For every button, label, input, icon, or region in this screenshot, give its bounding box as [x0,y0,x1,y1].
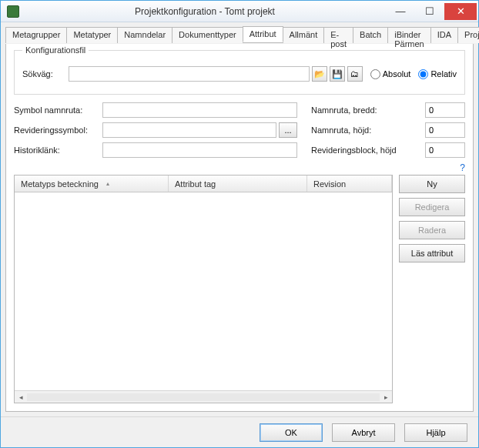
grid-header: Metatyps beteckning Attribut tag Revisio… [15,176,392,192]
close-button[interactable]: ✕ [444,3,477,20]
width-input[interactable] [425,102,465,118]
tab-projectwise[interactable]: ProjectWise [457,27,479,43]
scroll-right-icon[interactable]: ▸ [380,393,392,401]
grid-hscroll[interactable]: ◂ ▸ [15,390,392,403]
height-input[interactable] [425,122,465,138]
app-icon [7,5,19,18]
save-icon[interactable]: 💾 [330,66,345,82]
hist-label: Historiklänk: [14,145,102,155]
radio-absolut[interactable]: Absolut [370,69,411,79]
scroll-left-icon[interactable]: ◂ [15,393,27,401]
revblock-input[interactable] [425,142,465,158]
symbol-input[interactable] [102,102,297,118]
tab-ibinder[interactable]: iBinder Pärmen [387,27,431,43]
tab-allmant[interactable]: Allmänt [283,27,325,43]
tab-panel: Konfigurationsfil Sökväg: 📂 💾 🗂 Absolut … [5,44,474,412]
tab-metatyper[interactable]: Metatyper [66,27,118,43]
cancel-button[interactable]: Avbryt [332,423,395,442]
read-attributes-button[interactable]: Läs attribut [399,244,465,262]
tab-epost[interactable]: E-post [323,27,353,43]
help-icon[interactable]: ? [14,162,465,173]
scroll-track[interactable] [27,393,380,401]
tab-namndelar[interactable]: Namndelar [117,27,173,43]
save-in-icon[interactable]: 🗂 [347,66,363,82]
revblock-label: Revideringsblock, höjd [311,145,425,155]
window-buttons: — ☐ ✕ [386,3,477,20]
height-label: Namnruta, höjd: [311,125,425,135]
minimize-button[interactable]: — [386,3,415,20]
tab-list: Metagrupper Metatyper Namndelar Dokument… [5,26,479,43]
maximize-button[interactable]: ☐ [415,3,444,20]
tab-batch[interactable]: Batch [353,27,388,43]
grid-body[interactable] [15,192,392,390]
radio-relativ[interactable]: Relativ [418,69,457,79]
edit-button: Redigera [399,198,465,216]
tab-metagrupper[interactable]: Metagrupper [5,27,67,43]
help-button[interactable]: Hjälp [404,423,467,442]
rev-browse-button[interactable]: ... [279,122,297,138]
width-label: Namnruta, bredd: [311,105,425,115]
folder-open-icon[interactable]: 📂 [312,66,327,82]
tab-dokumenttyper[interactable]: Dokumenttyper [172,27,243,43]
path-input[interactable] [69,66,310,82]
new-button[interactable]: Ny [399,175,465,193]
grid-area: Metatyps beteckning Attribut tag Revisio… [14,175,465,403]
tab-ida[interactable]: IDA [430,27,458,43]
hist-input[interactable] [102,142,297,158]
ok-button[interactable]: OK [260,423,323,442]
col-attribut[interactable]: Attribut tag [169,176,307,192]
path-label: Sökväg: [22,69,69,79]
col-revision[interactable]: Revision [307,176,392,192]
tab-row: Metagrupper Metatyper Namndelar Dokument… [5,25,474,44]
delete-button: Radera [399,221,465,239]
rev-input[interactable] [102,122,276,138]
tab-attribut[interactable]: Attribut [243,26,283,42]
config-fieldset: Konfigurationsfil Sökväg: 📂 💾 🗂 Absolut … [14,50,465,95]
window-title: Projektkonfiguration - Tomt projekt [24,6,386,17]
titlebar: Projektkonfiguration - Tomt projekt — ☐ … [1,1,478,22]
symbol-label: Symbol namnruta: [14,105,102,115]
content: Metagrupper Metatyper Namndelar Dokument… [1,22,478,416]
rev-label: Revideringssymbol: [14,125,102,135]
side-buttons: Ny Redigera Radera Läs attribut [399,175,465,403]
config-legend: Konfigurationsfil [22,45,89,55]
window: Projektkonfiguration - Tomt projekt — ☐ … [0,0,479,448]
dialog-footer: OK Avbryt Hjälp [1,416,478,447]
grid: Metatyps beteckning Attribut tag Revisio… [14,175,393,403]
fields-area: Symbol namnruta: Revideringssymbol: ... … [14,102,465,162]
col-metatyp[interactable]: Metatyps beteckning [15,176,169,192]
